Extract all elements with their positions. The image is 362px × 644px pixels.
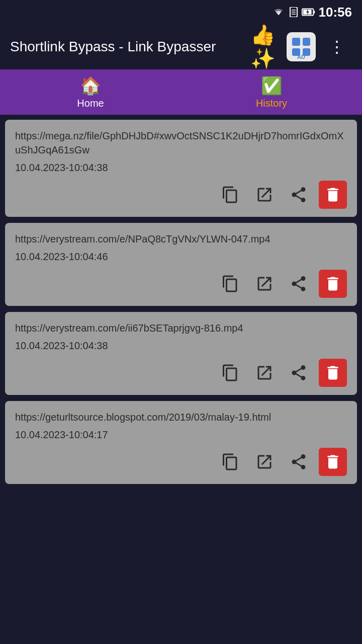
app-header: Shortlink Bypass - Link Bypasser 👍✨ AD ⋮ <box>0 24 362 69</box>
history-item: https://verystream.com/e/ii67bSETaprjgvg… <box>5 312 357 395</box>
content-area: https://mega.nz/file/GphDHJbD#xwvOctSNSC… <box>0 115 362 495</box>
status-bar: 10:56 <box>0 0 362 24</box>
apps-grid-icon <box>292 38 310 56</box>
share-icon <box>290 186 308 204</box>
status-icons: 10:56 <box>272 5 352 20</box>
open-external-icon <box>255 453 274 471</box>
tab-home-label: Home <box>77 98 104 109</box>
copy-button[interactable] <box>216 270 244 298</box>
tab-bar: 🏠 Home ✅ History <box>0 69 362 115</box>
app-title: Shortlink Bypass - Link Bypasser <box>10 39 244 55</box>
share-icon <box>290 275 308 293</box>
history-actions <box>15 359 347 387</box>
delete-icon <box>324 364 342 382</box>
sim-icon <box>289 7 299 17</box>
open-external-button[interactable] <box>250 359 279 387</box>
copy-icon <box>221 186 239 204</box>
open-external-icon <box>255 275 274 293</box>
history-timestamp: 10.04.2023-10:04:38 <box>15 162 347 174</box>
tab-home[interactable]: 🏠 Home <box>0 69 181 115</box>
status-time: 10:56 <box>319 5 352 20</box>
history-url: https://geturltsource.blogspot.com/2019/… <box>15 410 347 424</box>
history-url: https://mega.nz/file/GphDHJbD#xwvOctSNSC… <box>15 129 347 157</box>
open-external-icon <box>255 186 274 204</box>
delete-button[interactable] <box>319 448 347 476</box>
thumb-button[interactable]: 👍✨ <box>250 32 281 62</box>
tab-history[interactable]: ✅ History <box>181 69 362 115</box>
share-button[interactable] <box>285 181 313 209</box>
share-button[interactable] <box>285 270 313 298</box>
copy-button[interactable] <box>216 359 244 387</box>
history-check-icon: ✅ <box>261 75 282 96</box>
copy-icon <box>221 275 239 293</box>
delete-icon <box>324 186 342 204</box>
home-icon: 🏠 <box>80 75 101 96</box>
share-icon <box>290 453 308 471</box>
copy-button[interactable] <box>216 181 244 209</box>
more-icon: ⋮ <box>329 39 345 55</box>
history-actions <box>15 448 347 476</box>
more-menu-button[interactable]: ⋮ <box>322 32 352 62</box>
history-timestamp: 10.04.2023-10:04:17 <box>15 429 347 441</box>
delete-icon <box>324 275 342 293</box>
wifi-icon <box>272 7 286 17</box>
delete-icon <box>324 453 342 471</box>
history-url: https://verystream.com/e/ii67bSETaprjgvg… <box>15 321 347 335</box>
history-item: https://geturltsource.blogspot.com/2019/… <box>5 401 357 484</box>
open-external-button[interactable] <box>250 181 279 209</box>
history-actions <box>15 270 347 298</box>
history-timestamp: 10.04.2023-10:04:46 <box>15 251 347 263</box>
thumb-icon: 👍✨ <box>250 23 281 70</box>
share-button[interactable] <box>285 359 313 387</box>
share-icon <box>290 364 308 382</box>
copy-icon <box>221 364 239 382</box>
apps-ad-button[interactable]: AD <box>287 32 316 61</box>
tab-history-label: History <box>256 98 287 109</box>
svg-rect-6 <box>313 11 315 14</box>
history-actions <box>15 181 347 209</box>
history-item: https://verystream.com/e/NPaQ8cTgVNx/YLW… <box>5 223 357 306</box>
history-item: https://mega.nz/file/GphDHJbD#xwvOctSNSC… <box>5 120 357 217</box>
history-timestamp: 10.04.2023-10:04:38 <box>15 340 347 352</box>
delete-button[interactable] <box>319 359 347 387</box>
open-external-icon <box>255 364 274 382</box>
ad-label: AD <box>297 54 305 60</box>
copy-button[interactable] <box>216 448 244 476</box>
delete-button[interactable] <box>319 181 347 209</box>
battery-icon <box>302 7 316 17</box>
open-external-button[interactable] <box>250 448 279 476</box>
history-url: https://verystream.com/e/NPaQ8cTgVNx/YLW… <box>15 232 347 246</box>
open-external-button[interactable] <box>250 270 279 298</box>
copy-icon <box>221 453 239 471</box>
delete-button[interactable] <box>319 270 347 298</box>
share-button[interactable] <box>285 448 313 476</box>
